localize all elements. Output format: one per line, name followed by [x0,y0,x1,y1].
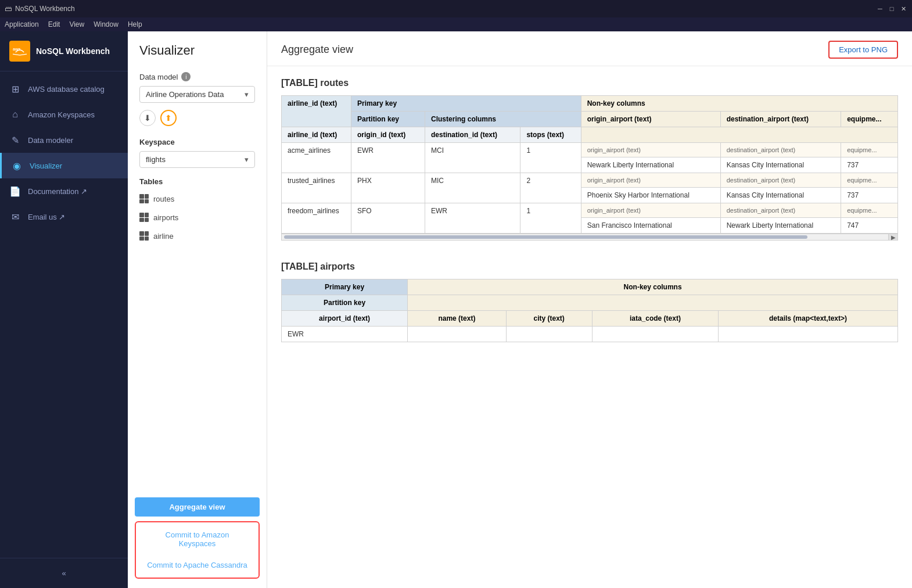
menu-help[interactable]: Help [128,20,142,28]
primary-key-group-header: Primary key [351,96,581,112]
middle-bottom-buttons: Aggregate view Commit to Amazon Keyspace… [128,490,267,588]
email-icon: ✉ [9,211,21,223]
modeler-icon: ✎ [9,134,21,146]
minimize-button[interactable]: ─ [876,5,884,13]
nk-col1: origin_airport (text) [581,112,720,127]
table-item-airline[interactable]: airline [128,227,267,245]
table-name-airports: airports [153,213,178,222]
row3-origin: SFO [351,203,425,234]
table-name-airline: airline [153,232,174,241]
aggregate-view-button[interactable]: Aggregate view [135,497,260,517]
routes-row-3: freedom_airlines SFO EWR 1 origin_airpor… [282,203,898,218]
sidebar: aws NoSQL Workbench ⊞ AWS database catal… [0,31,128,588]
sidebar-item-keyspaces[interactable]: ⌂ Amazon Keyspaces [0,102,128,127]
origin-id-col: origin_id (text) [351,127,425,143]
svg-text:aws: aws [13,46,21,52]
sidebar-item-visualizer[interactable]: ◉ Visualizer [0,153,128,178]
airports-ewr-iata [592,327,718,342]
close-button[interactable]: ✕ [899,5,907,13]
commit-buttons-group: Commit to Amazon Keyspaces Commit to Apa… [135,521,260,579]
dropdown-arrow-icon: ▾ [245,90,249,99]
keyspace-dropdown[interactable]: flights ▾ [139,151,255,168]
table-name-routes: routes [153,195,174,203]
row1-destination: MCI [425,143,520,173]
window-title: 🗃 NoSQL Workbench [5,5,75,13]
row1-airline: acme_airlines [282,143,351,173]
airports-non-key-header: Non-key columns [408,279,898,295]
nk-placeholder [581,127,897,143]
tables-label: Tables [128,170,267,189]
row2-airline: trusted_airlines [282,173,351,203]
partition-key-col-header: airline_id (text) [282,96,351,127]
scroll-right-arrow[interactable]: ▶ [888,234,897,240]
horizontal-scrollbar[interactable]: ▶ [281,234,898,241]
airports-table-title: [TABLE] airports [281,261,898,272]
row3-dest-airport-val: Newark Liberty International [720,218,841,234]
sidebar-item-modeler[interactable]: ✎ Data modeler [0,127,128,153]
keyspace-value: flights [146,155,166,164]
table-item-routes[interactable]: routes [128,189,267,208]
app-icon: 🗃 [5,5,12,13]
menu-window[interactable]: Window [94,20,119,28]
maximize-button[interactable]: □ [888,5,896,13]
menu-application[interactable]: Application [5,20,39,28]
sidebar-collapse-button[interactable]: « [0,563,128,583]
table-item-airports[interactable]: airports [128,208,267,227]
commit-amazon-button[interactable]: Commit to Amazon Keyspaces [139,526,255,553]
airports-nk-placeholder [408,295,898,311]
aws-logo-icon: aws [9,41,30,62]
menu-bar: Application Edit View Window Help [0,17,912,31]
keyspace-label: Keyspace [128,131,267,149]
non-key-group-header: Non-key columns [581,96,897,112]
scrollbar-thumb [284,235,807,239]
table-grid-icon-airports [139,213,149,222]
routes-row-1: acme_airlines EWR MCI 1 origin_airport (… [282,143,898,157]
row1-equip-val: 737 [841,157,898,173]
sidebar-nav: ⊞ AWS database catalog ⌂ Amazon Keyspace… [0,71,128,558]
airports-ewr-id: EWR [282,327,408,342]
row3-equip-val: 747 [841,218,898,234]
catalog-icon: ⊞ [9,83,21,95]
table-grid-icon [139,194,149,203]
window-controls[interactable]: ─ □ ✕ [876,5,907,13]
export-button[interactable]: ⬆ [160,110,177,126]
sidebar-item-documentation[interactable]: 📄 Documentation ↗ [0,178,128,204]
airports-name-col: name (text) [408,311,506,327]
menu-edit[interactable]: Edit [48,20,60,28]
nk-col2: destination_airport (text) [720,112,841,127]
row2-origin: PHX [351,173,425,203]
airports-ewr-city [506,327,592,342]
sidebar-item-modeler-label: Data modeler [28,136,73,145]
row1-dest-airport-label: destination_airport (text) [720,143,841,157]
export-to-png-button[interactable]: Export to PNG [828,41,898,59]
import-button[interactable]: ⬇ [139,110,156,126]
main-header: Aggregate view Export to PNG [267,31,912,66]
airports-iata-col: iata_code (text) [592,311,718,327]
airports-ewr-name [408,327,506,342]
airports-row-ewr: EWR [282,327,898,342]
keyspace-dropdown-arrow-icon: ▾ [245,155,249,164]
sidebar-item-documentation-label: Documentation ↗ [28,187,87,196]
data-model-dropdown[interactable]: Airline Operations Data ▾ [139,86,255,103]
nk-col3: equipme... [841,112,898,127]
airports-city-col: city (text) [506,311,592,327]
row2-dest-airport-label: destination_airport (text) [720,173,841,188]
collapse-icon: « [62,569,66,578]
sidebar-item-keyspaces-label: Amazon Keyspaces [28,110,95,119]
airports-airport-id-col: airport_id (text) [282,311,408,327]
routes-table-title: [TABLE] routes [281,78,898,88]
airports-partition-key-header: Partition key [282,295,408,311]
row2-origin-airport-val: Phoenix Sky Harbor International [581,188,720,203]
airports-data-table: Primary key Non-key columns Partition ke… [281,279,898,342]
menu-view[interactable]: View [69,20,84,28]
commit-cassandra-button[interactable]: Commit to Apache Cassandra [139,556,255,574]
routes-row-2: trusted_airlines PHX MIC 2 origin_airpor… [282,173,898,188]
airports-primary-key-header: Primary key [282,279,408,295]
visualizer-icon: ◉ [11,160,23,171]
routes-table-section: [TABLE] routes airline_id (text) Primary… [267,66,912,250]
sidebar-item-catalog[interactable]: ⊞ AWS database catalog [0,76,128,102]
row1-origin-airport-val: Newark Liberty International [581,157,720,173]
keyspaces-icon: ⌂ [9,109,21,120]
sidebar-item-email[interactable]: ✉ Email us ↗ [0,204,128,230]
main-content: Aggregate view Export to PNG [TABLE] rou… [267,31,912,588]
